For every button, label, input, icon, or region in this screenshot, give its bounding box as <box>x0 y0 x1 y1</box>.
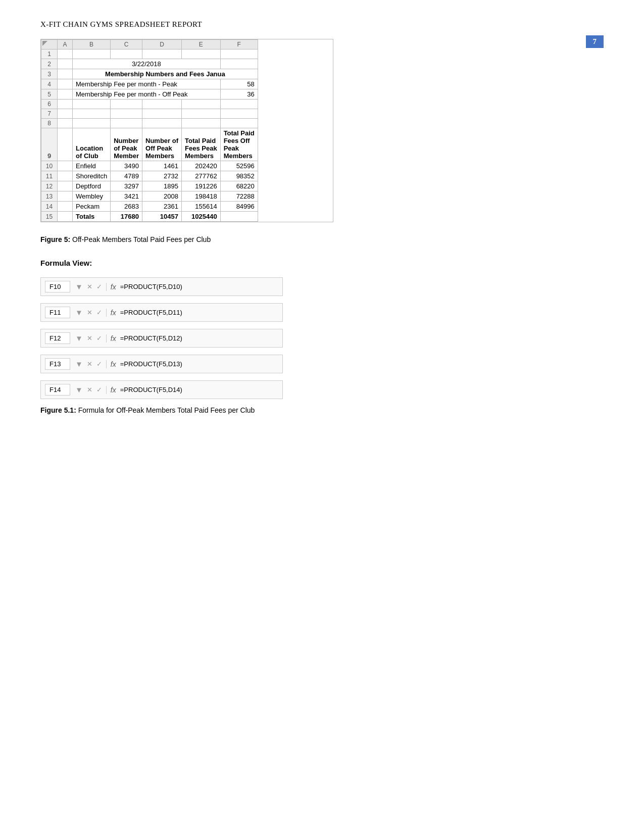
cell-a12 <box>58 181 73 191</box>
cell-offpeak-fees-10: 52596 <box>220 161 258 171</box>
figure5-label: Figure 5: <box>40 235 70 243</box>
formula-content-f11: =PRODUCT(F5,D11) <box>120 309 278 316</box>
formula-check-icon-5[interactable]: ✓ <box>96 386 102 394</box>
cell-a15 <box>58 212 73 222</box>
formula-x-icon-1[interactable]: ✕ <box>87 283 92 290</box>
formula-content-f12: =PRODUCT(F5,D12) <box>120 334 278 342</box>
cell-offpeak-12: 1895 <box>142 181 182 191</box>
page-header: 7 X-FIT CHAIN GYMS SPREADSHEET REPORT <box>40 20 604 29</box>
cell-offpeak-label: Membership Fee per month - Off Peak <box>73 89 221 100</box>
cell-location-11: Shoreditch <box>73 171 111 181</box>
spreadsheet-table: A B C D E F 1 2 3/22/ <box>41 39 258 222</box>
col-header-row: A B C D E F <box>41 40 258 50</box>
report-title: X-FIT CHAIN GYMS SPREADSHEET REPORT <box>40 20 604 29</box>
table-row: 12 Deptford 3297 1895 191226 68220 <box>41 181 258 191</box>
col-f: F <box>220 40 258 50</box>
cell-d6 <box>142 100 182 109</box>
table-row: 13 Wembley 3421 2008 198418 72288 <box>41 191 258 202</box>
row-num: 7 <box>41 109 58 119</box>
table-row: 3 Membership Numbers and Fees Janua <box>41 69 258 79</box>
cell-a5 <box>58 89 73 100</box>
figure5-caption: Figure 5: Off-Peak Members Total Paid Fe… <box>40 235 604 243</box>
cell-totals-f15 <box>220 212 258 222</box>
formula-content-f13: =PRODUCT(F5,D13) <box>120 360 278 368</box>
cell-e7 <box>182 109 221 119</box>
cell-a13 <box>58 191 73 202</box>
cell-totals-peak: 17680 <box>111 212 142 222</box>
formula-bars-container: F10 ▼ ✕ ✓ fx =PRODUCT(F5,D10) F11 ▼ ✕ ✓ … <box>40 277 604 399</box>
formula-check-icon-4[interactable]: ✓ <box>96 360 102 368</box>
cell-f1 <box>220 50 258 59</box>
col-b: B <box>73 40 111 50</box>
table-row: 7 <box>41 109 258 119</box>
cell-offpeak-fees-11: 98352 <box>220 171 258 181</box>
cell-totals-fees: 1025440 <box>182 212 221 222</box>
formula-content-f14: =PRODUCT(F5,D14) <box>120 386 278 394</box>
cell-a2 <box>58 59 73 69</box>
cell-d8 <box>142 119 182 128</box>
col-a: A <box>58 40 73 50</box>
formula-cell-ref-f14: F14 <box>45 384 70 396</box>
formula-sep-2: ▼ <box>75 308 83 317</box>
cell-b8 <box>73 119 111 128</box>
cell-c7 <box>111 109 142 119</box>
formula-cell-ref-f13: F13 <box>45 358 70 370</box>
cell-peak-fees-11: 277762 <box>182 171 221 181</box>
formula-content-f10: =PRODUCT(F5,D10) <box>120 283 278 290</box>
cell-a3 <box>58 69 73 79</box>
table-row: 15 Totals 17680 10457 1025440 <box>41 212 258 222</box>
cell-d1 <box>142 50 182 59</box>
figure51-caption: Figure 5.1: Formula for Off-Peak Members… <box>40 406 604 414</box>
row-num: 9 <box>41 128 58 161</box>
table-row: 4 Membership Fee per month - Peak 58 <box>41 79 258 89</box>
table-row: 6 <box>41 100 258 109</box>
col-header-offpeak-fees: Total PaidFees OffPeakMembers <box>220 128 258 161</box>
cell-c6 <box>111 100 142 109</box>
formula-check-icon-3[interactable]: ✓ <box>96 334 102 342</box>
spreadsheet-wrapper: A B C D E F 1 2 3/22/ <box>40 39 333 222</box>
table-row: 2 3/22/2018 <box>41 59 258 69</box>
cell-b6 <box>73 100 111 109</box>
figure51-text: Formula for Off-Peak Members Total Paid … <box>78 406 255 414</box>
cell-peak-value: 58 <box>220 79 258 89</box>
cell-peak-label: Membership Fee per month - Peak <box>73 79 221 89</box>
cell-b7 <box>73 109 111 119</box>
cell-f2 <box>220 59 258 69</box>
formula-check-icon-2[interactable]: ✓ <box>96 309 102 316</box>
formula-fx-label-2: fx <box>106 309 116 317</box>
formula-bar-f13: F13 ▼ ✕ ✓ fx =PRODUCT(F5,D13) <box>40 355 283 373</box>
row-num: 5 <box>41 89 58 100</box>
cell-membership-title: Membership Numbers and Fees Janua <box>73 69 258 79</box>
cell-offpeak-fees-13: 72288 <box>220 191 258 202</box>
cell-e6 <box>182 100 221 109</box>
row-num: 13 <box>41 191 58 202</box>
formula-x-icon-5[interactable]: ✕ <box>87 386 92 394</box>
cell-a6 <box>58 100 73 109</box>
cell-f7 <box>220 109 258 119</box>
formula-x-icon-4[interactable]: ✕ <box>87 360 92 368</box>
cell-b1 <box>73 50 111 59</box>
col-c: C <box>111 40 142 50</box>
cell-date: 3/22/2018 <box>73 59 221 69</box>
cell-location-10: Enfield <box>73 161 111 171</box>
table-row: 8 <box>41 119 258 128</box>
col-header-peak-fees: Total PaidFees PeakMembers <box>182 128 221 161</box>
formula-fx-label-1: fx <box>106 283 116 291</box>
cell-a1 <box>58 50 73 59</box>
col-header-offpeak-num: Number ofOff PeakMembers <box>142 128 182 161</box>
cell-peak-12: 3297 <box>111 181 142 191</box>
formula-x-icon-2[interactable]: ✕ <box>87 309 92 316</box>
table-row: 14 Peckam 2683 2361 155614 84996 <box>41 202 258 212</box>
cell-location-13: Wembley <box>73 191 111 202</box>
formula-sep-3: ▼ <box>75 334 83 342</box>
cell-location-14: Peckam <box>73 202 111 212</box>
formula-sep-1: ▼ <box>75 282 83 291</box>
row-num: 2 <box>41 59 58 69</box>
formula-check-icon-1[interactable]: ✓ <box>96 283 102 290</box>
row-num: 10 <box>41 161 58 171</box>
cell-e8 <box>182 119 221 128</box>
cell-offpeak-fees-14: 84996 <box>220 202 258 212</box>
figure5-text: Off-Peak Members Total Paid Fees per Clu… <box>72 235 211 243</box>
formula-x-icon-3[interactable]: ✕ <box>87 334 92 342</box>
cell-offpeak-11: 2732 <box>142 171 182 181</box>
